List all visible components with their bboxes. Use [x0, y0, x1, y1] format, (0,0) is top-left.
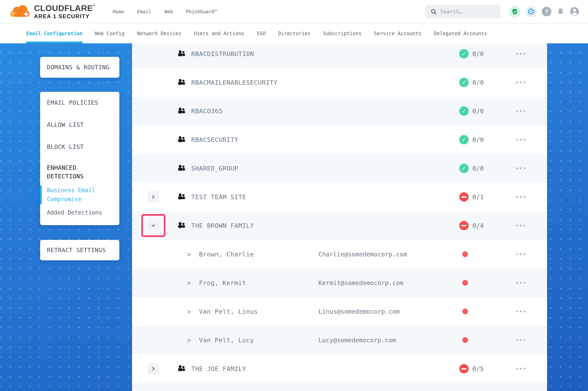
- row-menu-button[interactable]: [515, 367, 527, 371]
- tab-label: SSO: [257, 31, 265, 36]
- row-name: RBACDISTRUBUTION: [191, 50, 254, 57]
- group-icon: [178, 365, 185, 372]
- row-menu-button[interactable]: [515, 338, 527, 342]
- group-icon: [178, 79, 185, 86]
- member-chevron-icon: [187, 251, 191, 258]
- expander-button[interactable]: [147, 191, 159, 203]
- row-menu-button[interactable]: [515, 166, 527, 171]
- status-badge-circle: [459, 221, 469, 230]
- row-name: THE JOE FAMILY: [191, 365, 246, 372]
- status-count: 0/0: [472, 165, 484, 172]
- tab[interactable]: Users and Actions: [194, 23, 244, 43]
- status-badge-circle: [459, 135, 469, 144]
- row-name: Van Pelt, Lucy: [199, 336, 254, 344]
- row-menu-button[interactable]: [515, 52, 527, 56]
- top-nav-label: Home: [113, 9, 124, 14]
- table-row: RBACO365 0/0: [132, 97, 547, 125]
- tab-label: Network Devices: [137, 31, 181, 36]
- chevron-right-icon: [151, 223, 156, 228]
- account-icon[interactable]: [570, 7, 580, 16]
- tab[interactable]: Delegated Accounts: [434, 23, 487, 43]
- sidebar-item-domains-routing[interactable]: DOMAINS & ROUTING: [40, 64, 119, 71]
- top-nav-label: Email: [137, 9, 151, 14]
- group-icon: [178, 136, 185, 143]
- top-nav-item[interactable]: Web: [164, 9, 173, 14]
- groups-table-body: RBACDISTRUBUTION 0/0: [132, 43, 547, 391]
- sidebar-item-retract-settings[interactable]: RETRACT SETTINGS: [40, 247, 119, 254]
- member-chevron-icon: [187, 337, 191, 344]
- table-row: Brown, Charlie Charlie@somedemocorp.com: [132, 240, 547, 269]
- row-menu-button[interactable]: [515, 195, 527, 199]
- search-input[interactable]: [440, 8, 491, 15]
- sidebar-item-allow-list[interactable]: ALLOW LIST: [40, 114, 119, 136]
- row-name: SHARED_GROUP: [191, 165, 238, 172]
- row-email: Charlie@somedemocorp.com: [318, 251, 407, 258]
- row-name: RBACMAILENABLESECURITY: [191, 79, 278, 86]
- shield-check-icon[interactable]: [509, 6, 520, 17]
- status-badge-circle: [459, 164, 469, 173]
- check-icon: [461, 108, 466, 114]
- minus-icon: [461, 368, 466, 370]
- table-row: SHARED_GROUP 0/0: [132, 154, 547, 183]
- top-nav-item[interactable]: Home: [113, 9, 124, 14]
- registered-mark: ®: [93, 4, 95, 7]
- tab[interactable]: SSO: [257, 23, 265, 43]
- status-badge-circle: [459, 364, 469, 373]
- sidebar-item-enhanced-detections: ENHANCED DETECTIONS: [40, 163, 119, 181]
- status-count: 0/0: [472, 79, 484, 86]
- group-icon: [178, 222, 185, 229]
- row-menu-button[interactable]: [515, 80, 527, 85]
- expander-button[interactable]: [147, 363, 159, 375]
- tab[interactable]: Web Config: [95, 23, 125, 43]
- status-count: 0/1: [472, 193, 484, 201]
- sidebar-card-email-policies: EMAIL POLICIES ALLOW LIST BLOCK LIST ENH…: [40, 92, 119, 225]
- row-menu-button[interactable]: [515, 223, 527, 228]
- row-menu-button[interactable]: [515, 281, 527, 285]
- tab[interactable]: Service Accounts: [374, 23, 421, 43]
- tab[interactable]: Email Configuration: [26, 23, 83, 43]
- status-badge-circle: [459, 49, 469, 59]
- sidebar-card-domains-routing: DOMAINS & ROUTING: [40, 57, 119, 78]
- top-bar: CLOUDFLARE® AREA 1 SECURITY HomeEmailWeb…: [0, 0, 588, 23]
- help-icon[interactable]: [542, 7, 551, 16]
- group-icon: [178, 50, 185, 57]
- sidebar-item-block-list[interactable]: BLOCK LIST: [40, 136, 119, 158]
- sidebar-item-business-email-compromise[interactable]: Business Email Compromise: [40, 185, 119, 205]
- status-badge: 0/1: [459, 192, 484, 202]
- sidebar-item-email-policies[interactable]: EMAIL POLICIES: [40, 92, 119, 114]
- row-menu-button[interactable]: [515, 252, 527, 256]
- top-nav-item[interactable]: PhishGuard™: [186, 9, 217, 14]
- member-chevron-icon: [187, 308, 191, 315]
- row-name: THE BROWN FAMILY: [191, 222, 254, 229]
- group-icon: [178, 165, 185, 172]
- status-badge-circle: [459, 192, 469, 202]
- row-name: Brown, Charlie: [199, 251, 254, 258]
- minus-icon: [461, 196, 466, 198]
- row-name: RBACSECURITY: [191, 136, 238, 143]
- brand-name: CLOUDFLARE®: [34, 4, 95, 12]
- tab[interactable]: Subscriptions: [323, 23, 362, 43]
- row-menu-button[interactable]: [515, 309, 527, 314]
- table-row: RBACSECURITY 0/0: [132, 125, 547, 154]
- notifications-bell-icon[interactable]: [556, 7, 565, 16]
- expander-button[interactable]: [147, 220, 159, 231]
- tab-label: Subscriptions: [323, 31, 362, 36]
- status-dot: [462, 337, 468, 343]
- sidebar-item-added-detections[interactable]: Added Detections: [40, 208, 119, 217]
- status-badge: 0/0: [459, 164, 484, 173]
- settings-gear-icon[interactable]: ⚙: [525, 6, 537, 17]
- row-menu-button[interactable]: [515, 109, 527, 113]
- cloudflare-logo[interactable]: CLOUDFLARE® AREA 1 SECURITY: [8, 3, 95, 21]
- search-box[interactable]: [426, 5, 501, 18]
- tab[interactable]: Directories: [278, 23, 310, 43]
- chevron-right-icon: [151, 195, 156, 199]
- tab-label: Directories: [278, 31, 310, 36]
- row-menu-button[interactable]: [515, 137, 527, 142]
- top-nav-item[interactable]: Email: [137, 9, 151, 14]
- search-icon: [430, 8, 437, 15]
- tab-bar: Email ConfigurationWeb ConfigNetwork Dev…: [0, 23, 588, 43]
- tab[interactable]: Network Devices: [137, 23, 181, 43]
- table-row: Frog, Kermit Kermit@somedemocorp.com: [132, 269, 547, 297]
- top-nav-label: PhishGuard™: [186, 9, 217, 14]
- top-nav: HomeEmailWebPhishGuard™: [113, 9, 217, 14]
